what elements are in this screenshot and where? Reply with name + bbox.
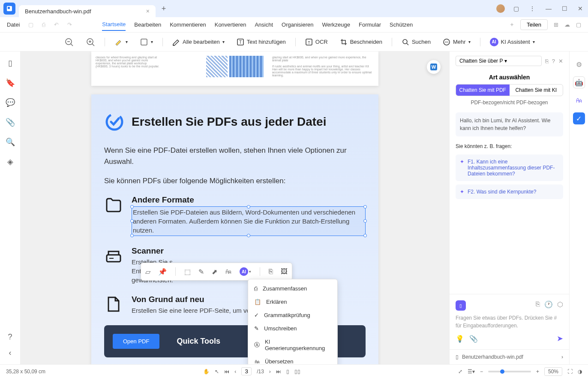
ai-grammar[interactable]: ✓Grammatikprüfung — [248, 308, 337, 322]
ai-detect[interactable]: ⒶKI Generierungserkennung — [248, 335, 337, 355]
document-tab[interactable]: Benutzerhandbuch-win.pdf × — [19, 5, 156, 17]
add-text-button[interactable]: TText hinzufügen — [232, 36, 290, 48]
file-menu[interactable]: Datei — [7, 19, 20, 30]
edit-float-icon[interactable]: ✎ — [198, 267, 205, 277]
ai-rail-icon[interactable]: 🤖 — [573, 76, 585, 88]
maximize-button[interactable]: ☐ — [560, 3, 569, 14]
layers-icon[interactable]: ◈ — [7, 157, 13, 166]
ai-explain[interactable]: 📋Erklären — [248, 295, 337, 308]
fullscreen-icon[interactable]: ⛶ — [567, 369, 573, 375]
ai-float-button[interactable]: AI▾ — [239, 266, 252, 277]
zoom-slider[interactable] — [488, 371, 531, 372]
share-icon[interactable]: ⊞ — [554, 21, 558, 28]
tab-schuetzen[interactable]: Schützen — [390, 19, 413, 30]
idea-icon[interactable]: 💡 — [456, 335, 464, 343]
prev-page-icon[interactable]: ‹ — [234, 369, 236, 375]
redo-icon[interactable]: ↷ — [67, 21, 72, 28]
search-button[interactable]: Suchen — [397, 36, 435, 48]
pin-icon[interactable]: 📌 — [157, 267, 168, 277]
open-pdf-button[interactable]: Open PDF — [113, 334, 159, 349]
ocr-button[interactable]: TOCR — [301, 36, 332, 48]
ai-translate[interactable]: 🗛Übersetzen — [248, 355, 337, 364]
more-button[interactable]: Mehr▾ — [438, 36, 475, 48]
highlight-float-icon[interactable]: ▱ — [144, 267, 151, 277]
minimize-button[interactable]: — — [544, 3, 553, 14]
zoom-out-icon[interactable]: − — [480, 369, 483, 375]
settings-rail-icon[interactable]: ⚙ — [573, 58, 585, 70]
copy-icon[interactable]: ⎘ — [268, 267, 274, 276]
search-rail-icon[interactable]: 🔍 — [6, 137, 15, 147]
ai-tab-pdf[interactable]: Chatten Sie mit PDF — [456, 85, 510, 96]
ai-help-icon[interactable]: ? — [552, 58, 555, 64]
close-button[interactable]: ✕ — [576, 3, 585, 14]
suggestion-1[interactable]: ✦F1. Kann ich eine Inhaltszusammenfassun… — [456, 154, 563, 181]
bookmarks-icon[interactable]: 🔖 — [6, 78, 15, 88]
ai-summarize[interactable]: ⎙Zusammenfassen — [248, 282, 337, 295]
word-float-button[interactable]: W — [427, 60, 441, 74]
add-tab-button[interactable]: + — [162, 4, 166, 13]
fit-icon[interactable]: ⤢ — [458, 369, 462, 375]
last-page-icon[interactable]: ⏭ — [276, 369, 281, 375]
first-page-icon[interactable]: ⏮ — [224, 369, 229, 375]
zoom-in-button[interactable] — [81, 35, 99, 49]
window-icon[interactable]: ▢ — [512, 3, 521, 14]
highlight-tool[interactable]: ▾ — [110, 35, 132, 49]
save-icon[interactable]: ▢ — [28, 21, 33, 28]
ai-export-icon[interactable]: ⎘ — [545, 58, 549, 64]
selected-text-block[interactable]: Erstellen Sie PDF-Dateien aus Bildern, W… — [132, 206, 366, 236]
zoom-value[interactable]: 50% — [544, 367, 562, 376]
translate-float-icon[interactable]: 🗛 — [224, 267, 233, 276]
comments-icon[interactable]: 💬 — [6, 98, 15, 107]
share-button[interactable]: Teilen — [520, 19, 548, 30]
undo-icon[interactable]: ↶ — [54, 21, 59, 28]
ai-assistant-button[interactable]: AIKI Assistent▾ — [486, 35, 539, 49]
tab-startseite[interactable]: Startseite — [102, 18, 126, 31]
next-page-icon[interactable]: › — [269, 369, 271, 375]
help-icon[interactable]: ? — [8, 333, 12, 342]
check-rail-icon[interactable]: ✓ — [573, 112, 585, 124]
ai-rewrite[interactable]: ✎Umschreiben — [248, 322, 337, 335]
single-page-icon[interactable]: ▯ — [286, 369, 289, 375]
ai-app-icon[interactable]: ▯ — [456, 300, 466, 311]
zoom-in-icon[interactable]: + — [536, 369, 539, 375]
extract-icon[interactable]: ⬈ — [211, 267, 218, 277]
ai-tab-ki[interactable]: Chatten Sie mit KI — [510, 85, 563, 96]
cloud-icon[interactable]: ☁ — [564, 21, 570, 28]
document-viewport[interactable]: classes for wheel throwing and glazing s… — [21, 51, 449, 364]
app-logo[interactable] — [3, 3, 15, 15]
tab-formular[interactable]: Formular — [359, 19, 381, 30]
zoom-out-button[interactable] — [60, 35, 78, 49]
ai-close-icon[interactable]: ✕ — [558, 58, 563, 64]
collapse-icon[interactable]: ‹ — [9, 348, 11, 357]
crop-button[interactable]: Beschneiden — [336, 36, 387, 48]
edit-all-button[interactable]: Alle bearbeiten▾ — [168, 36, 229, 48]
ai-copy-icon[interactable]: ⎘ — [536, 300, 540, 311]
thumbnails-icon[interactable]: ▯ — [8, 58, 12, 68]
send-button[interactable]: ➤ — [557, 334, 563, 343]
view-mode-icon[interactable]: ☰▾ — [468, 369, 475, 375]
expand-icon[interactable]: ▢ — [576, 21, 581, 28]
tab-bearbeiten[interactable]: Bearbeiten — [134, 19, 161, 30]
tab-kommentieren[interactable]: Kommentieren — [170, 19, 206, 30]
ai-input[interactable]: Fragen Sie etwas über PDFs. Drücken Sie … — [456, 314, 563, 330]
tab-konvertieren[interactable]: Konvertieren — [215, 19, 246, 30]
user-avatar[interactable] — [496, 4, 505, 13]
print-icon[interactable]: ⎙ — [42, 21, 45, 28]
lightbulb-icon[interactable]: ✦ — [510, 21, 514, 28]
attachments-icon[interactable]: 📎 — [6, 118, 15, 127]
translate-rail-icon[interactable]: 🗛 — [573, 94, 585, 106]
two-page-icon[interactable]: ▯▯ — [294, 369, 300, 375]
ai-history-icon[interactable]: 🕐 — [544, 300, 553, 311]
image-icon[interactable]: 🖼 — [280, 267, 288, 276]
select-tool-icon[interactable]: ↖ — [215, 369, 219, 375]
tab-organisieren[interactable]: Organisieren — [282, 19, 313, 30]
suggestion-2[interactable]: ✦F2. Was sind die Kernpunkte? — [456, 184, 563, 199]
close-tab-icon[interactable]: × — [146, 8, 150, 15]
textbox-icon[interactable]: ⬚ — [183, 267, 192, 277]
tab-werkzeuge[interactable]: Werkzeuge — [322, 19, 351, 30]
attach-icon[interactable]: 📎 — [469, 335, 478, 343]
hand-tool-icon[interactable]: ✋ — [203, 369, 210, 375]
ai-mode-selector[interactable]: Chatten Sie über P ▾ — [456, 56, 542, 66]
ai-file-ref[interactable]: ▯ Benutzerhandbuch-win.pdf › — [450, 349, 569, 364]
menu-icon[interactable]: ⋮ — [528, 3, 537, 14]
